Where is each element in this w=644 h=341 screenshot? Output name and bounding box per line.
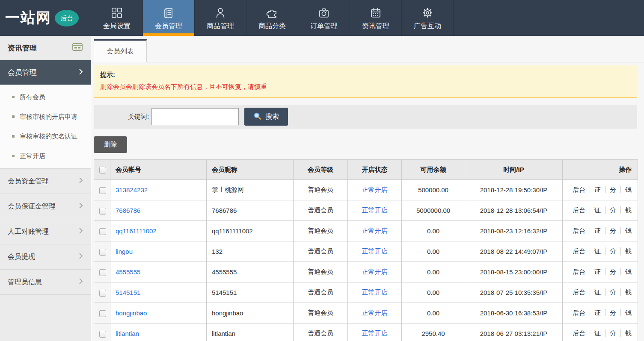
row-checkbox[interactable] (99, 228, 106, 235)
op-cert-link[interactable]: 证 (590, 227, 605, 234)
member-nickname: qq1161111002 (207, 221, 294, 241)
keyword-input[interactable] (151, 108, 239, 125)
op-points-link[interactable]: 分 (605, 247, 620, 255)
sidebar-sub-all-members[interactable]: 所有会员 (0, 87, 91, 107)
topnav-item-member-management[interactable]: 会员管理 (143, 0, 195, 36)
topnav-item-product-management[interactable]: 商品管理 (195, 0, 246, 36)
topnav-item-product-category[interactable]: 商品分类 (246, 0, 298, 36)
member-account-link[interactable]: litiantian (116, 330, 139, 337)
time-ip: 2018-08-15 23:00:00/IP (465, 262, 563, 282)
member-level: 普通会员 (294, 180, 348, 200)
sidebar-sub-review-shop-applications[interactable]: 审核审核的开店申请 (0, 107, 91, 126)
op-cert-link[interactable]: 证 (590, 288, 605, 296)
member-account-link[interactable]: 5145151 (116, 289, 140, 296)
op-backend-link[interactable]: 后台 (568, 288, 590, 296)
calendar-icon (369, 6, 382, 19)
topnav-item-global-settings[interactable]: 全局设置 (91, 0, 143, 36)
tab-bar: 会员列表 (91, 36, 644, 62)
row-checkbox[interactable] (99, 208, 106, 215)
op-points-link[interactable]: 分 (605, 206, 620, 214)
row-checkbox[interactable] (99, 187, 106, 194)
row-checkbox[interactable] (99, 310, 106, 317)
op-money-link[interactable]: 钱 (620, 247, 632, 255)
shop-status-link[interactable]: 正常开店 (362, 268, 388, 275)
member-account-link[interactable]: qq1161111002 (116, 227, 157, 235)
op-money-link[interactable]: 钱 (620, 329, 632, 337)
tab-member-list[interactable]: 会员列表 (94, 39, 147, 62)
op-money-link[interactable]: 钱 (620, 309, 632, 316)
op-money-link[interactable]: 钱 (620, 227, 632, 234)
topnav-item-ad-interaction[interactable]: 广告互动 (402, 0, 454, 36)
sidebar-item-member-management[interactable]: 会员管理 (0, 60, 91, 85)
shop-status-link[interactable]: 正常开店 (362, 288, 388, 296)
op-money-link[interactable]: 钱 (620, 288, 632, 296)
search-button[interactable]: 搜索 (244, 108, 288, 126)
available-balance: 0.00 (402, 303, 465, 323)
member-account-link[interactable]: lingou (116, 248, 133, 255)
sidebar-item-manual-reconciliation[interactable]: 人工对账管理 (0, 219, 91, 244)
row-checkbox[interactable] (99, 290, 106, 297)
member-account-link[interactable]: hongjinbao (116, 309, 147, 317)
chevron-right-icon (79, 227, 83, 236)
shop-status-link[interactable]: 正常开店 (362, 206, 388, 214)
row-checkbox[interactable] (99, 249, 106, 256)
op-backend-link[interactable]: 后台 (568, 329, 590, 337)
op-backend-link[interactable]: 后台 (568, 309, 590, 316)
topnav-item-news-management[interactable]: 资讯管理 (350, 0, 402, 36)
member-account-link[interactable]: 4555555 (116, 268, 140, 276)
member-account-link[interactable]: 7686786 (116, 207, 140, 214)
op-cert-link[interactable]: 证 (590, 268, 605, 275)
op-backend-link[interactable]: 后台 (568, 206, 590, 214)
op-money-link[interactable]: 钱 (620, 206, 632, 214)
op-backend-link[interactable]: 后台 (568, 247, 590, 255)
op-points-link[interactable]: 分 (605, 268, 620, 275)
sidebar-item-member-withdrawal[interactable]: 会员提现 (0, 244, 91, 270)
op-points-link[interactable]: 分 (605, 329, 620, 337)
shop-status-link[interactable]: 正常开店 (362, 247, 388, 255)
sidebar-item-member-funds[interactable]: 会员资金管理 (0, 169, 91, 194)
col-shop-status: 开店状态 (348, 160, 402, 180)
gear-icon (421, 6, 434, 19)
sidebar-sub-normal-shop[interactable]: 正常开店 (0, 146, 91, 166)
op-backend-link[interactable]: 后台 (568, 186, 590, 193)
op-cert-link[interactable]: 证 (590, 329, 605, 337)
shop-status-link[interactable]: 正常开店 (362, 186, 388, 193)
sidebar-item-admin-info[interactable]: 管理员信息 (0, 270, 91, 295)
op-backend-link[interactable]: 后台 (568, 227, 590, 234)
op-cert-link[interactable]: 证 (590, 247, 605, 255)
chevron-right-icon (79, 68, 83, 77)
op-points-link[interactable]: 分 (605, 186, 620, 193)
shop-status-link[interactable]: 正常开店 (362, 309, 388, 316)
sidebar-submenu: 所有会员 审核审核的开店申请 审核审核的实名认证 正常开店 (0, 85, 91, 169)
sidebar-item-member-deposit[interactable]: 会员保证金管理 (0, 194, 91, 219)
sidebar-section-news-management[interactable]: 资讯管理 (0, 36, 91, 60)
select-all-checkbox[interactable] (99, 167, 106, 173)
row-checkbox[interactable] (99, 269, 106, 276)
member-account-link[interactable]: 313824232 (116, 186, 148, 194)
op-cert-link[interactable]: 证 (590, 309, 605, 316)
op-money-link[interactable]: 钱 (620, 268, 632, 275)
puzzle-icon (266, 6, 279, 19)
topnav-label: 商品分类 (258, 22, 286, 31)
delete-button[interactable]: 删除 (94, 136, 127, 153)
time-ip: 2018-12-28 19:50:30/IP (465, 180, 563, 200)
sidebar-sub-review-realname-auth[interactable]: 审核审核的实名认证 (0, 126, 91, 146)
member-level: 普通会员 (294, 241, 348, 262)
shop-status-link[interactable]: 正常开店 (362, 329, 388, 337)
member-nickname: hongjinbao (207, 303, 294, 323)
topnav-item-order-management[interactable]: 订单管理 (298, 0, 350, 36)
square-bullet-icon (12, 115, 15, 118)
square-bullet-icon (12, 135, 15, 138)
op-backend-link[interactable]: 后台 (568, 268, 590, 275)
row-checkbox[interactable] (99, 331, 106, 338)
op-points-link[interactable]: 分 (605, 227, 620, 234)
member-nickname: 132 (207, 241, 294, 262)
logo-text: 一站网 (5, 8, 51, 28)
op-points-link[interactable]: 分 (605, 309, 620, 316)
op-points-link[interactable]: 分 (605, 288, 620, 296)
op-cert-link[interactable]: 证 (590, 186, 605, 193)
op-cert-link[interactable]: 证 (590, 206, 605, 214)
shop-status-link[interactable]: 正常开店 (362, 227, 388, 234)
op-money-link[interactable]: 钱 (620, 186, 632, 193)
table-row: 5145151 5145151 普通会员 正常开店 0.00 2018-07-2… (94, 282, 638, 303)
